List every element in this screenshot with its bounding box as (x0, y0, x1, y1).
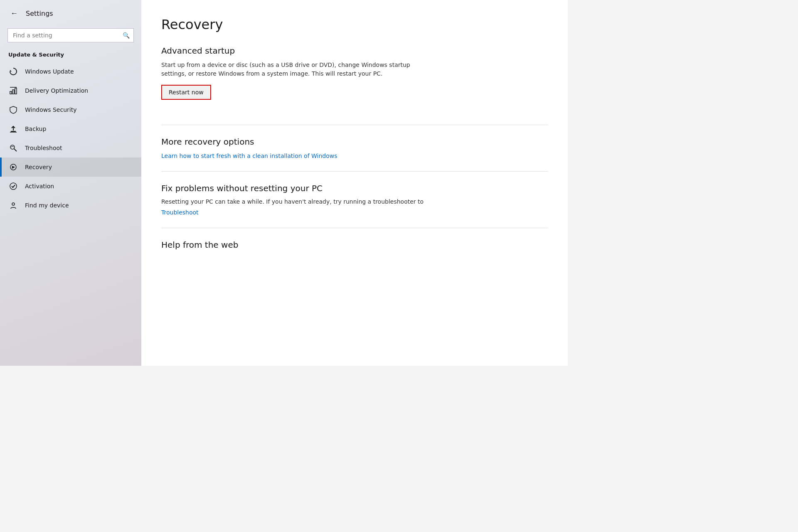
windows-security-icon (8, 106, 18, 114)
divider-3 (161, 228, 548, 228)
sidebar-nav: Windows Update Delivery Optimization Win… (0, 62, 141, 215)
svg-rect-0 (10, 91, 12, 94)
troubleshoot-link[interactable]: Troubleshoot (161, 209, 199, 216)
sidebar-item-label-delivery-optimization: Delivery Optimization (25, 87, 88, 94)
more-recovery-options-heading: More recovery options (161, 137, 548, 147)
svg-point-3 (10, 145, 15, 149)
sidebar-item-recovery[interactable]: Recovery (0, 158, 141, 177)
troubleshoot-icon (8, 144, 18, 152)
sidebar-item-label-backup: Backup (25, 126, 46, 132)
fix-problems-desc: Resetting your PC can take a while. If y… (161, 198, 477, 205)
search-icon: 🔍 (123, 32, 130, 39)
search-box: 🔍 (7, 28, 134, 42)
clean-install-link[interactable]: Learn how to start fresh with a clean in… (161, 153, 337, 159)
svg-point-5 (10, 183, 17, 190)
backup-icon (8, 125, 18, 133)
sidebar-header: ← Settings (0, 0, 141, 25)
sidebar-title: Settings (26, 10, 53, 17)
back-button[interactable]: ← (8, 7, 20, 19)
sidebar-item-label-windows-update: Windows Update (25, 68, 74, 75)
sidebar-item-backup[interactable]: Backup (0, 119, 141, 138)
sidebar-item-windows-security[interactable]: Windows Security (0, 100, 141, 119)
fix-problems-heading: Fix problems without resetting your PC (161, 183, 548, 193)
windows-update-icon (8, 67, 18, 76)
sidebar-item-find-my-device[interactable]: Find my device (0, 196, 141, 215)
find-my-device-icon (8, 201, 18, 209)
sidebar-item-label-activation: Activation (25, 183, 54, 190)
svg-rect-2 (15, 88, 17, 94)
svg-rect-1 (12, 90, 14, 94)
page-title: Recovery (161, 17, 548, 32)
advanced-startup-heading: Advanced startup (161, 46, 548, 56)
search-input[interactable] (7, 28, 134, 42)
sidebar-item-windows-update[interactable]: Windows Update (0, 62, 141, 81)
fix-problems-section: Fix problems without resetting your PC R… (161, 183, 548, 216)
more-recovery-options-section: More recovery options Learn how to start… (161, 137, 548, 160)
sidebar-item-label-troubleshoot: Troubleshoot (25, 145, 62, 151)
section-label: Update & Security (0, 49, 141, 62)
svg-point-6 (12, 203, 15, 205)
sidebar: ← Settings 🔍 Update & Security Windows U… (0, 0, 141, 366)
delivery-optimization-icon (8, 86, 18, 95)
advanced-startup-desc: Start up from a device or disc (such as … (161, 61, 436, 78)
recovery-icon (8, 163, 18, 171)
sidebar-item-label-recovery: Recovery (25, 164, 52, 170)
sidebar-item-activation[interactable]: Activation (0, 177, 141, 196)
help-from-web-section: Help from the web (161, 240, 548, 250)
advanced-startup-section: Advanced startup Start up from a device … (161, 46, 548, 113)
divider-1 (161, 125, 548, 125)
help-from-web-heading: Help from the web (161, 240, 548, 250)
sidebar-item-label-windows-security: Windows Security (25, 106, 76, 113)
sidebar-item-delivery-optimization[interactable]: Delivery Optimization (0, 81, 141, 100)
sidebar-item-troubleshoot[interactable]: Troubleshoot (0, 138, 141, 158)
restart-now-button[interactable]: Restart now (161, 85, 211, 100)
main-content: Recovery Advanced startup Start up from … (141, 0, 568, 366)
divider-2 (161, 171, 548, 172)
activation-icon (8, 182, 18, 190)
sidebar-item-label-find-my-device: Find my device (25, 202, 69, 209)
